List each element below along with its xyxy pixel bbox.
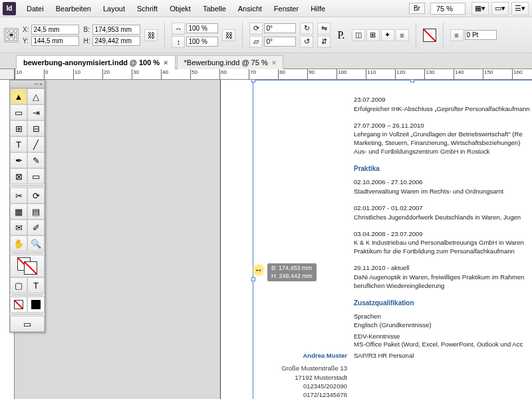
wrap-icon[interactable]: ≡	[396, 29, 409, 41]
control-bar: X: Y: B: H: ⛓ ↔ ↕ ⛓ ⟳ ▱ ↻ ↺ ⇋ ⇵ P. ◫ ⊞ ✦…	[0, 17, 532, 53]
type-tool[interactable]: T	[10, 136, 27, 152]
tab-label: bewerbung-anonymisiert.indd @ 100 %	[23, 59, 160, 66]
scale-y-input[interactable]	[186, 37, 218, 47]
view-options-icon[interactable]: ▦▾	[471, 2, 489, 15]
close-icon[interactable]: ×	[164, 59, 168, 66]
toolbox-header[interactable]: ‹‹ ×	[10, 80, 45, 88]
y-label: Y:	[23, 37, 29, 45]
ruler-tick: 80	[278, 69, 285, 79]
eyedropper-tool[interactable]: ✐	[27, 219, 45, 235]
ruler-origin[interactable]	[0, 69, 15, 80]
scissors-tool[interactable]: ✂	[10, 188, 27, 203]
apply-none-icon[interactable]	[10, 297, 27, 313]
canvas-area[interactable]: ↔ B: 174,453 mm H: 249,442 mm Andrea Mus…	[15, 80, 532, 399]
select-container-icon[interactable]: ◫	[352, 29, 365, 41]
note-tool[interactable]: ✉	[10, 219, 27, 235]
constrain-proportions-icon[interactable]: ⛓	[144, 29, 158, 41]
sender-phone2: 0172/12345678	[261, 390, 347, 399]
menu-bearbeiten[interactable]: Bearbeiten	[51, 2, 96, 15]
bridge-button[interactable]: Br	[409, 3, 425, 14]
free-transform-tool[interactable]: ⟳	[27, 188, 45, 203]
content-placer-tool[interactable]: ⊟	[27, 120, 45, 136]
select-content-icon[interactable]: ⊞	[366, 29, 380, 41]
ruler-tick: 10	[73, 69, 80, 79]
menu-hilfe[interactable]: Hilfe	[305, 2, 331, 15]
rectangle-frame-tool[interactable]: ⊠	[10, 168, 27, 184]
gradient-feather-tool[interactable]: ▤	[27, 203, 45, 219]
direct-selection-tool[interactable]: △	[27, 88, 45, 104]
cv-entry: 29.11.2010 - aktuellDaNi Augenoptik in W…	[354, 264, 532, 290]
b-label: B:	[83, 26, 90, 33]
tab-bewerbung[interactable]: *Bewerbung.indd @ 75 % ×	[177, 55, 284, 69]
reference-point-picker[interactable]	[4, 28, 19, 43]
formatting-container-icon[interactable]: ▢	[10, 277, 27, 293]
horizontal-ruler[interactable]: 1001020304050607080901001101201301401501…	[15, 69, 532, 80]
menu-tabelle[interactable]: Tabelle	[198, 2, 231, 15]
scale-x-input[interactable]	[186, 23, 218, 33]
close-icon[interactable]: ×	[272, 59, 276, 66]
toolbox-panel[interactable]: ‹‹ × ▲ △ ▭ ⇥ ⊞ ⊟ T ╱ ✒ ✎ ⊠ ▭ ✂ ⟳ ▦ ▤ ✉ ✐…	[9, 80, 45, 332]
page-tool[interactable]: ▭	[10, 104, 27, 120]
tab-bewerbung-anonymisiert[interactable]: bewerbung-anonymisiert.indd @ 100 % ×	[16, 55, 176, 69]
ruler-tick: 150	[483, 69, 493, 79]
height-input[interactable]	[92, 36, 140, 46]
cv-entry: 03.04.2008 - 23.07.2009K & K Industrieba…	[354, 230, 532, 256]
pen-tool[interactable]: ✒	[10, 152, 27, 168]
document-page[interactable]: ↔ B: 174,453 mm H: 249,442 mm Andrea Mus…	[221, 80, 532, 399]
sender-name: Andrea Muster	[261, 351, 347, 360]
pencil-tool[interactable]: ✎	[27, 152, 45, 168]
apply-color-icon[interactable]	[27, 297, 45, 313]
hand-tool[interactable]: ✋	[10, 235, 27, 251]
fill-stroke-swatch[interactable]	[10, 255, 45, 277]
rectangle-tool[interactable]: ▭	[27, 168, 45, 184]
formatting-text-icon[interactable]: T	[27, 277, 45, 293]
line-tool[interactable]: ╱	[27, 136, 45, 152]
ruler-tick: 20	[102, 69, 110, 79]
view-mode-toggle[interactable]: ▭	[10, 316, 45, 332]
ruler-tick: 140	[454, 69, 464, 79]
width-input[interactable]	[92, 25, 140, 35]
menu-fenster[interactable]: Fenster	[269, 2, 304, 15]
screen-mode-icon[interactable]: ▭▾	[491, 2, 509, 15]
arrange-icon[interactable]: ☰▾	[511, 2, 529, 15]
constrain-scale-icon[interactable]: ⛓	[222, 29, 235, 41]
ruler-tick: 160	[512, 69, 522, 79]
ruler-tick: 100	[336, 69, 346, 79]
rotate-ccw-icon[interactable]: ↺	[300, 36, 313, 48]
flip-h-icon[interactable]: ⇋	[317, 23, 331, 35]
ruler-tick: 50	[190, 69, 198, 79]
rotate-input[interactable]	[264, 23, 296, 33]
menu-objekt[interactable]: Objekt	[164, 2, 196, 15]
gap-tool[interactable]: ⇥	[27, 104, 45, 120]
gradient-swatch-tool[interactable]: ▦	[10, 203, 27, 219]
rotate-cw-icon[interactable]: ↻	[300, 23, 313, 35]
tab-label: *Bewerbung.indd @ 75 %	[184, 59, 268, 66]
menu-schrift[interactable]: Schrift	[132, 2, 163, 15]
menu-layout[interactable]: Layout	[98, 2, 130, 15]
page-text-frame[interactable]: 23.07.2009Erfolgreicher IHK-Abschluss „G…	[354, 96, 532, 363]
selection-tool[interactable]: ▲	[10, 88, 27, 104]
ruler-tick: 10	[15, 69, 22, 79]
x-input[interactable]	[31, 25, 79, 35]
guide-vertical[interactable]	[253, 80, 253, 399]
section-heading: Praktika	[354, 164, 532, 174]
ruler-tick: 120	[395, 69, 405, 79]
menu-datei[interactable]: Datei	[21, 2, 49, 15]
shear-icon: ▱	[249, 36, 263, 48]
fill-swatch[interactable]	[423, 29, 436, 42]
sender-phone1: 012345/202090	[261, 382, 347, 390]
ruler-tick: 90	[307, 69, 315, 79]
scale-y-icon: ↕	[172, 36, 185, 48]
scale-x-icon: ↔	[172, 23, 185, 35]
effects-icon[interactable]: ✦	[381, 29, 394, 41]
shear-input[interactable]	[264, 37, 296, 47]
zoom-level-dropdown[interactable]: 75 %	[430, 3, 466, 15]
sender-city: 17192 Musterstadt	[261, 373, 347, 382]
cv-entry: 23.07.2009Erfolgreicher IHK-Abschluss „G…	[354, 96, 532, 114]
stroke-weight-input[interactable]	[465, 30, 497, 40]
menu-ansicht[interactable]: Ansicht	[233, 2, 267, 15]
flip-v-icon[interactable]: ⇵	[317, 36, 331, 48]
y-input[interactable]	[31, 36, 79, 46]
content-collector-tool[interactable]: ⊞	[10, 120, 27, 136]
zoom-tool[interactable]: 🔍	[27, 235, 45, 251]
